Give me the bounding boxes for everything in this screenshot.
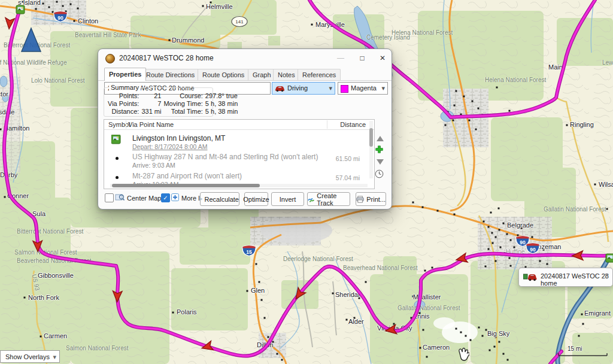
invert-button[interactable]: Invert <box>271 192 304 206</box>
maximize-button[interactable]: □ <box>356 53 369 63</box>
recent-times-button[interactable] <box>375 169 386 179</box>
map-canvas[interactable]: Clinton Drummond Helmville Marysville Ri… <box>0 0 613 364</box>
summary-title: Summary <box>109 84 141 91</box>
tab-properties[interactable]: Properties <box>104 68 146 81</box>
list-header: Symbol Via Point Name Distance <box>104 120 374 130</box>
more-info-checkbox[interactable]: ✓ <box>161 193 170 202</box>
tab-route-options[interactable]: Route Options <box>198 69 249 80</box>
summary-label: Via Points: <box>107 100 140 108</box>
arrive-time: Arrive: 9:03 AM <box>132 162 175 169</box>
scale-label: 15 mi <box>568 345 613 352</box>
show-overlays-label: Show Overlays <box>5 353 50 360</box>
summary-group: Summary Points: 21 Course: 297.8° true V… <box>104 87 213 117</box>
svg-text:90: 90 <box>57 15 63 21</box>
via-point-name: US Highway 287 N and Mt-84 and Sterling … <box>132 153 318 161</box>
center-map-icon <box>115 193 125 202</box>
chevron-down-icon: ▾ <box>329 83 332 94</box>
svg-text:141: 141 <box>235 19 244 25</box>
print-button[interactable]: Print... <box>356 192 386 206</box>
scale-bar <box>559 353 607 356</box>
via-point-name: Mt-287 and Airport Rd (won't alert) <box>132 172 242 180</box>
route-map-tooltip[interactable]: 20240817 WeSTOC 28 home ✕ <box>518 268 613 287</box>
leg-distance: 57.04 mi <box>324 174 360 181</box>
depart-time-link[interactable]: Depart: 8/17/2024 8:00 AM <box>132 143 208 150</box>
optimize-label: Optimize <box>243 196 269 203</box>
show-overlays-dropdown[interactable]: Show Overlays ▾ <box>0 350 60 363</box>
create-track-button[interactable]: Create Track <box>307 192 350 206</box>
chevron-down-icon: ▾ <box>381 83 385 94</box>
chevron-down-icon: ▾ <box>53 351 56 363</box>
dialog-tabs: Properties Route Directions Route Option… <box>98 68 392 81</box>
summary-label: Total Time: <box>162 108 204 116</box>
col-distance: Distance <box>330 121 366 128</box>
waypoint-flag-icon <box>111 135 121 144</box>
create-track-label: Create Track <box>317 192 350 207</box>
invert-label: Invert <box>280 196 296 203</box>
via-point-name: Livingston Inn Livingston, MT <box>132 134 225 142</box>
calculator-icon <box>201 195 202 203</box>
recalculate-label: Recalculate <box>205 196 239 203</box>
tab-references[interactable]: References <box>298 69 341 80</box>
summary-value: 5 h, 38 min <box>204 108 239 116</box>
vertical-scrollbar[interactable] <box>369 121 373 178</box>
color-value: Magenta <box>351 83 377 94</box>
print-label: Print... <box>366 196 386 203</box>
leg-distance: 61.50 mi <box>324 155 360 162</box>
track-icon <box>308 196 314 203</box>
col-name: Via Point Name <box>128 121 174 128</box>
route-tooltip-label: 20240817 WeSTOC 28 home <box>541 272 612 287</box>
dialog-title: 20240817 WeSTOC 28 home <box>119 54 214 62</box>
summary-label: Points: <box>107 92 140 100</box>
plus-icon <box>375 145 384 154</box>
car-trailer-icon <box>523 272 538 281</box>
clock-icon <box>375 169 384 178</box>
svg-text:90: 90 <box>530 247 536 253</box>
center-map-checkbox[interactable] <box>105 193 114 202</box>
color-dropdown[interactable]: Magenta ▾ <box>338 82 388 95</box>
recalculate-button[interactable]: Recalculate <box>200 192 239 206</box>
dialog-titlebar[interactable]: 20240817 WeSTOC 28 home — □ ✕ <box>98 49 392 67</box>
move-up-button[interactable] <box>375 134 386 144</box>
horizontal-scrollbar[interactable] <box>110 184 368 187</box>
center-map-label: Center Map <box>127 195 161 202</box>
bullet-dot-icon <box>116 157 119 160</box>
more-info-icon <box>171 193 179 201</box>
optimize-button[interactable]: Optimize <box>244 192 268 206</box>
car-icon <box>275 85 285 92</box>
bullet-dot-icon <box>116 176 119 179</box>
activity-dropdown[interactable]: Driving ▾ <box>272 82 335 95</box>
hand-cursor <box>456 347 469 362</box>
svg-text:90: 90 <box>520 239 526 245</box>
minimize-button[interactable]: — <box>334 53 347 63</box>
summary-value: 21 <box>140 92 162 100</box>
move-down-button[interactable] <box>375 157 386 167</box>
header-divider <box>126 120 126 129</box>
route-properties-dialog[interactable]: 20240817 WeSTOC 28 home — □ ✕ Properties… <box>98 48 392 210</box>
close-button[interactable]: ✕ <box>376 53 389 63</box>
via-point-list[interactable]: Symbol Via Point Name Distance Livingsto… <box>104 119 375 189</box>
add-waypoint-button[interactable] <box>375 145 386 154</box>
activity-value: Driving <box>287 83 308 94</box>
svg-text:15: 15 <box>246 249 252 255</box>
summary-value: 7 <box>140 100 162 108</box>
color-swatch <box>341 85 348 93</box>
tab-notes[interactable]: Notes <box>273 69 300 80</box>
header-divider <box>327 120 327 129</box>
summary-label: Moving Time: <box>162 100 204 108</box>
summary-value: 331 mi <box>140 108 162 116</box>
summary-label: Course: <box>162 92 204 100</box>
close-icon[interactable]: ✕ <box>604 272 609 278</box>
summary-value: 297.8° true <box>204 92 239 100</box>
col-symbol: Symbol <box>108 121 131 128</box>
route-app-icon <box>105 54 115 63</box>
tab-graph[interactable]: Graph <box>248 69 276 80</box>
summary-label: Distance: <box>107 108 140 116</box>
printer-icon <box>356 196 364 203</box>
summary-value: 5 h, 38 min <box>204 100 239 108</box>
tab-route-directions[interactable]: Route Directions <box>141 69 199 80</box>
position-triangle-marker[interactable] <box>22 28 41 51</box>
summary-table: Points: 21 Course: 297.8° true Via Point… <box>107 92 239 116</box>
